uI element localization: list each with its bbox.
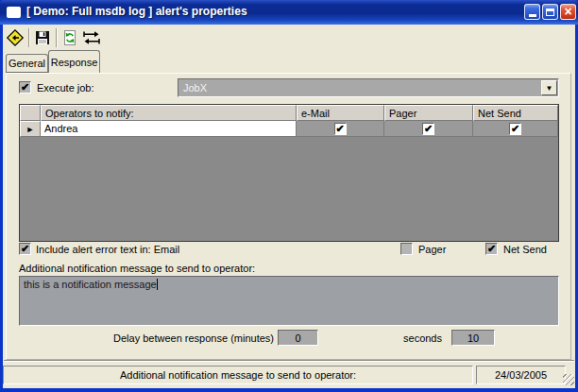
chevron-down-icon: ▼ (546, 84, 553, 93)
notification-message-text: this is a notification message (24, 279, 157, 290)
check-icon: ✔ (21, 82, 29, 93)
statusbar-divider (4, 360, 574, 362)
email-cell: ✔ (297, 121, 384, 137)
delay-seconds-input[interactable]: 10 (451, 330, 495, 346)
client-area: General Response ✔ Execute job: JobX ▼ O… (3, 25, 575, 388)
job-dropdown[interactable]: JobX ▼ (178, 78, 559, 97)
swap-arrows-icon[interactable] (80, 28, 103, 47)
row-selector-cell[interactable]: ► (20, 121, 41, 137)
tab-general-label: General (8, 58, 45, 69)
pager-cell: ✔ (384, 121, 473, 137)
minimize-button[interactable] (524, 4, 540, 20)
close-button[interactable]: × (560, 4, 576, 20)
resize-grip[interactable] (563, 374, 574, 385)
include-error-netsend-label: Net Send (503, 244, 547, 255)
window-icon (7, 7, 21, 18)
include-error-pager-label: Pager (418, 244, 446, 255)
col-header-selector (20, 105, 41, 121)
grid-header-row: Operators to notify: e-Mail Pager Net Se… (20, 105, 558, 121)
col-header-operators: Operators to notify: (41, 105, 297, 121)
pager-checkbox[interactable]: ✔ (422, 123, 434, 135)
alert-diamond-glyph (6, 28, 25, 47)
refresh-glyph (61, 29, 78, 47)
alert-diamond-icon[interactable] (5, 28, 26, 47)
window-title: [ Demo: Full msdb log ] alert's properti… (26, 5, 247, 18)
status-message-panel: Additional notification message to send … (3, 366, 473, 384)
status-bar: Additional notification message to send … (3, 363, 575, 388)
status-message: Additional notification message to send … (120, 369, 356, 381)
tab-response[interactable]: Response (48, 50, 100, 73)
execute-job-label: Execute job: (37, 82, 94, 94)
swap-arrows-glyph (81, 30, 102, 45)
include-error-netsend-checkbox[interactable]: ✔ (485, 243, 498, 255)
titlebar[interactable]: [ Demo: Full msdb log ] alert's properti… (0, 0, 578, 25)
save-glyph (34, 29, 51, 46)
include-error-email-checkbox[interactable]: ✔ (19, 243, 31, 255)
execute-job-checkbox[interactable]: ✔ (19, 81, 31, 94)
delay-seconds-label: seconds (397, 332, 442, 344)
minimize-icon (529, 14, 536, 17)
check-icon: ✔ (424, 124, 433, 134)
tab-general[interactable]: General (6, 54, 48, 73)
job-dropdown-button[interactable]: ▼ (541, 80, 557, 95)
toolbar-separator (56, 28, 58, 47)
job-dropdown-value: JobX (178, 82, 207, 94)
toolbar (3, 25, 575, 50)
notification-message-textarea[interactable]: this is a notification message (19, 276, 559, 326)
notification-message-label: Additional notification message to send … (19, 263, 255, 274)
operator-name-cell[interactable]: Andrea (41, 121, 297, 137)
save-icon[interactable] (32, 28, 53, 47)
include-error-email-label: Include alert error text in: Email (36, 244, 179, 255)
delay-minutes-label: Delay between response (minutes) (94, 332, 274, 344)
table-row[interactable]: ► Andrea ✔ ✔ ✔ (20, 121, 558, 137)
col-header-email: e-Mail (297, 105, 384, 121)
col-header-pager: Pager (384, 105, 473, 121)
operators-grid: Operators to notify: e-Mail Pager Net Se… (19, 104, 559, 242)
tab-response-label: Response (51, 57, 98, 68)
delay-minutes-input[interactable]: 0 (278, 330, 318, 346)
text-caret (157, 279, 158, 290)
grid-empty-area (20, 137, 558, 241)
netsend-cell: ✔ (473, 121, 558, 137)
close-icon: × (564, 5, 571, 18)
status-date-panel: 24/03/2005 (476, 366, 566, 384)
check-icon: ✔ (511, 124, 519, 134)
check-icon: ✔ (487, 244, 496, 254)
refresh-script-icon[interactable] (60, 28, 80, 47)
status-date: 24/03/2005 (495, 369, 547, 381)
check-icon: ✔ (21, 244, 29, 254)
email-checkbox[interactable]: ✔ (334, 123, 347, 135)
alert-properties-window: [ Demo: Full msdb log ] alert's properti… (0, 0, 578, 392)
toolbar-separator (28, 28, 30, 47)
maximize-icon (546, 9, 554, 16)
row-arrow-icon: ► (26, 125, 35, 134)
include-error-pager-checkbox[interactable] (400, 243, 413, 255)
maximize-button[interactable] (542, 4, 558, 20)
col-header-netsend: Net Send (473, 105, 558, 121)
netsend-checkbox[interactable]: ✔ (509, 123, 521, 135)
check-icon: ✔ (335, 124, 344, 134)
